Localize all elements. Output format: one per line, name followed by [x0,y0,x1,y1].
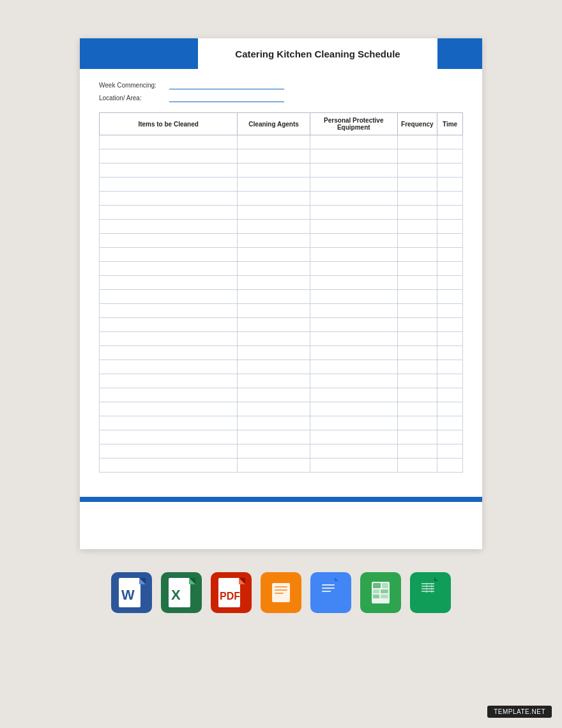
table-row[interactable] [100,192,463,206]
table-cell[interactable] [310,444,398,459]
table-cell[interactable] [437,444,463,459]
table-cell[interactable] [397,206,437,220]
table-cell[interactable] [397,178,437,192]
table-cell[interactable] [397,276,437,290]
table-cell[interactable] [397,318,437,332]
table-cell[interactable] [310,416,398,430]
table-cell[interactable] [437,402,463,416]
table-cell[interactable] [397,290,437,304]
table-cell[interactable] [100,276,238,290]
pdf-icon[interactable]: PDF [211,572,252,613]
table-cell[interactable] [238,332,310,346]
table-cell[interactable] [397,402,437,416]
table-row[interactable] [100,135,463,149]
table-cell[interactable] [100,135,238,149]
table-cell[interactable] [437,206,463,220]
table-cell[interactable] [397,234,437,248]
table-cell[interactable] [397,135,437,149]
table-row[interactable] [100,416,463,430]
table-cell[interactable] [437,346,463,360]
table-cell[interactable] [437,374,463,388]
table-cell[interactable] [238,135,310,149]
table-cell[interactable] [238,149,310,163]
table-cell[interactable] [100,430,238,444]
table-cell[interactable] [238,388,310,402]
table-cell[interactable] [397,374,437,388]
table-cell[interactable] [437,360,463,374]
table-cell[interactable] [310,149,398,163]
table-cell[interactable] [310,135,398,149]
table-cell[interactable] [397,304,437,318]
table-cell[interactable] [238,346,310,360]
table-cell[interactable] [100,444,238,459]
table-cell[interactable] [238,459,310,473]
table-cell[interactable] [238,416,310,430]
table-cell[interactable] [310,206,398,220]
table-cell[interactable] [238,444,310,459]
table-cell[interactable] [310,402,398,416]
location-underline[interactable] [169,93,284,102]
table-cell[interactable] [397,388,437,402]
table-cell[interactable] [100,388,238,402]
table-cell[interactable] [100,304,238,318]
table-cell[interactable] [100,206,238,220]
table-cell[interactable] [310,290,398,304]
table-cell[interactable] [100,234,238,248]
table-cell[interactable] [100,459,238,473]
table-cell[interactable] [238,290,310,304]
table-cell[interactable] [437,388,463,402]
table-cell[interactable] [100,374,238,388]
table-cell[interactable] [437,163,463,178]
table-cell[interactable] [238,163,310,178]
table-row[interactable] [100,149,463,163]
table-cell[interactable] [310,360,398,374]
table-row[interactable] [100,178,463,192]
table-cell[interactable] [437,220,463,234]
gdocs-icon[interactable] [310,572,351,613]
table-cell[interactable] [310,318,398,332]
table-cell[interactable] [100,318,238,332]
table-cell[interactable] [238,360,310,374]
table-cell[interactable] [310,374,398,388]
word-icon[interactable]: W [111,572,152,613]
table-cell[interactable] [310,248,398,262]
table-cell[interactable] [238,318,310,332]
table-row[interactable] [100,234,463,248]
table-row[interactable] [100,388,463,402]
table-cell[interactable] [238,206,310,220]
excel-icon[interactable]: X [161,572,202,613]
table-cell[interactable] [238,220,310,234]
table-cell[interactable] [397,459,437,473]
table-cell[interactable] [310,430,398,444]
table-cell[interactable] [100,262,238,276]
table-cell[interactable] [100,163,238,178]
table-cell[interactable] [397,360,437,374]
table-cell[interactable] [100,416,238,430]
table-row[interactable] [100,206,463,220]
table-cell[interactable] [310,178,398,192]
table-row[interactable] [100,262,463,276]
table-cell[interactable] [100,178,238,192]
table-cell[interactable] [397,346,437,360]
table-row[interactable] [100,430,463,444]
table-cell[interactable] [310,346,398,360]
table-cell[interactable] [397,192,437,206]
table-row[interactable] [100,332,463,346]
table-cell[interactable] [437,248,463,262]
table-cell[interactable] [397,220,437,234]
table-cell[interactable] [100,192,238,206]
table-cell[interactable] [238,374,310,388]
table-cell[interactable] [437,178,463,192]
table-row[interactable] [100,248,463,262]
table-row[interactable] [100,346,463,360]
table-row[interactable] [100,318,463,332]
table-cell[interactable] [397,416,437,430]
table-cell[interactable] [397,163,437,178]
table-cell[interactable] [437,416,463,430]
table-cell[interactable] [238,192,310,206]
table-cell[interactable] [310,388,398,402]
table-cell[interactable] [100,360,238,374]
table-cell[interactable] [437,459,463,473]
table-cell[interactable] [437,276,463,290]
table-cell[interactable] [310,332,398,346]
